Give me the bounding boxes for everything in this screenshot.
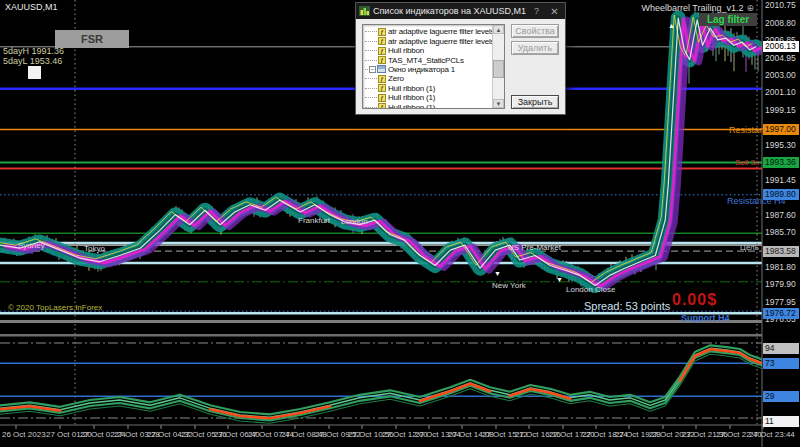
price-tick: 2008.80 [765,18,796,28]
sell-level-label: Sell 3x [735,158,759,167]
price-marker: 1976.72 [763,308,799,319]
indicator-list-dialog: Список индикаторов на XAUUSD,M1 ? ✕ ƒatr… [355,2,566,115]
dialog-title: Список индикаторов на XAUUSD,M1 [373,6,526,16]
indicator-fx-icon: ƒ [378,47,386,55]
session-label: Tokyo [84,244,105,253]
price-tick: 2004.95 [765,53,796,63]
price-marker: 2006.13 [763,41,799,52]
indicator-tree-list[interactable]: ƒatr adaptive laguerre filter levelsƒatr… [362,24,505,109]
indicator-window-icon [377,65,386,73]
price-tick: 1987.60 [765,210,796,220]
indicator-name: TAS_MT4_StaticPCLs [388,56,464,65]
lag-filter-button[interactable]: Lag filter [699,13,757,26]
session-label: London Close [566,285,615,294]
signal-arrow-icon: ▲ [682,52,689,59]
indicator-name: Zero [388,74,404,83]
price-tick: 2003.00 [765,70,796,80]
trailing-indicator-label: Wheelbarrel Trailing_v1.2⊕ [641,3,754,13]
indicator-marker: 11 [763,416,799,427]
indicator-tree-item[interactable]: ƒHull ribbon [365,46,492,55]
tree-guide [365,88,377,89]
indicator-name: Окно индикатора 1 [388,65,455,74]
price-marker: 1983.58 [763,246,799,257]
signal-arrow-icon: ▲ [668,22,675,29]
close-button[interactable]: Закрыть [511,95,559,109]
trailing-text: Wheelbarrel Trailing_v1.2 [641,3,743,13]
symbol-title: XAUUSD,M1 [3,2,58,12]
indicator-name: atr adaptive laguerre filter levels [388,37,492,46]
price-marker: 1989.80 [763,189,799,200]
symbol-period-label: XAUUSD,M1 [5,2,58,12]
indicator-tree-item[interactable]: ƒZero [365,74,492,83]
tree-guide [365,41,377,42]
five-day-low-label: 5dayL 1953.46 [3,56,62,66]
price-tick: 1995.30 [765,140,796,150]
target-label: Цель [740,243,759,252]
scroll-up-icon[interactable]: ▲ [493,25,504,34]
price-tick: 1985.70 [765,227,796,237]
tree-collapse-icon[interactable]: − [369,66,376,73]
spread-label: Spread: 53 points [584,300,670,312]
indicator-marker: 29 [763,391,799,402]
support-h4-label: Support H4 [681,313,730,323]
scroll-thumb[interactable] [493,60,504,78]
indicator-tree-item[interactable]: ƒHull ribbon (1) [365,84,492,93]
dialog-body: ƒatr adaptive laguerre filter levelsƒatr… [356,19,565,114]
indicator-tree-item[interactable]: −Окно индикатора 1 [365,65,492,74]
price-tick: 1979.90 [765,279,796,289]
indicator-fx-icon: ƒ [378,37,386,45]
price-marker: 1993.36 [763,157,799,168]
delete-button[interactable]: Удалить [511,41,559,55]
indicator-fx-icon: ƒ [378,94,386,102]
close-icon[interactable]: ✕ [547,6,562,17]
indicator-tree-item[interactable]: ƒatr adaptive laguerre filter levels [365,36,492,45]
price-tick: 1999.15 [765,105,796,115]
indicator-tree-item[interactable]: ƒHull ribbon (1) [365,103,492,109]
session-label: New York [492,281,526,290]
indicator-fx-icon: ƒ [378,75,386,83]
chart-object-square[interactable] [28,66,41,79]
time-label: 26 Oct 2023 [2,430,46,439]
session-label: US Pre-Market [508,243,561,252]
list-scrollbar[interactable]: ▲ ▼ [492,25,504,108]
properties-button[interactable]: Свойства [511,24,559,38]
tree-guide [365,69,368,70]
dialog-titlebar[interactable]: Список индикаторов на XAUUSD,M1 ? ✕ [356,3,565,19]
session-label: Sydney [18,241,45,250]
indicator-name: Hull ribbon (1) [388,93,435,102]
scroll-down-icon[interactable]: ▼ [493,99,504,108]
price-marker: 1997.00 [763,124,799,135]
indicator-name: Hull ribbon (1) [388,84,435,93]
tree-guide [365,31,377,32]
indicator-tree-item[interactable]: ƒatr adaptive laguerre filter levels [365,27,492,36]
tree-guide [365,107,377,108]
fsr-label-box: FSR [55,30,129,48]
price-tick: 1981.80 [765,262,796,272]
indicator-tree-item[interactable]: ƒTAS_MT4_StaticPCLs [365,55,492,64]
tree-guide [365,60,377,61]
signal-arrow-icon: ▼ [556,276,563,283]
signal-arrow-icon: ▼ [494,270,501,277]
indicator-marker: 73 [763,358,799,369]
price-tick: 2001.10 [765,87,796,97]
price-tick: 1977.95 [765,297,796,307]
indicator-name: Hull ribbon (1) [388,103,435,108]
price-tick: 1991.45 [765,175,796,185]
indicator-name: atr adaptive laguerre filter levels [388,27,492,36]
indicator-fx-icon: ƒ [378,103,386,108]
indicator-fx-icon: ƒ [378,28,386,36]
mt4-chart-window: XAUUSD,M1 FSR 5dayH 1991.36 5dayL 1953.4… [0,0,800,447]
copyright-label: © 2020 TopLasers.InForex [8,303,102,312]
dialog-buttons: Свойства Удалить Закрыть [511,24,559,109]
cost-label: 0.00$ [672,291,717,309]
indicator-name: Hull ribbon [388,46,424,55]
tree-guide [365,50,377,51]
help-icon[interactable]: ? [529,6,544,16]
indicator-marker: 94 [763,343,799,354]
indicator-list-icon [359,6,370,16]
indicator-fx-icon: ƒ [378,84,386,92]
session-label: Frankfurt [298,216,330,225]
indicator-tree-item[interactable]: ƒHull ribbon (1) [365,93,492,102]
clock-icon: ⊕ [746,3,754,13]
session-label: London [341,217,368,226]
